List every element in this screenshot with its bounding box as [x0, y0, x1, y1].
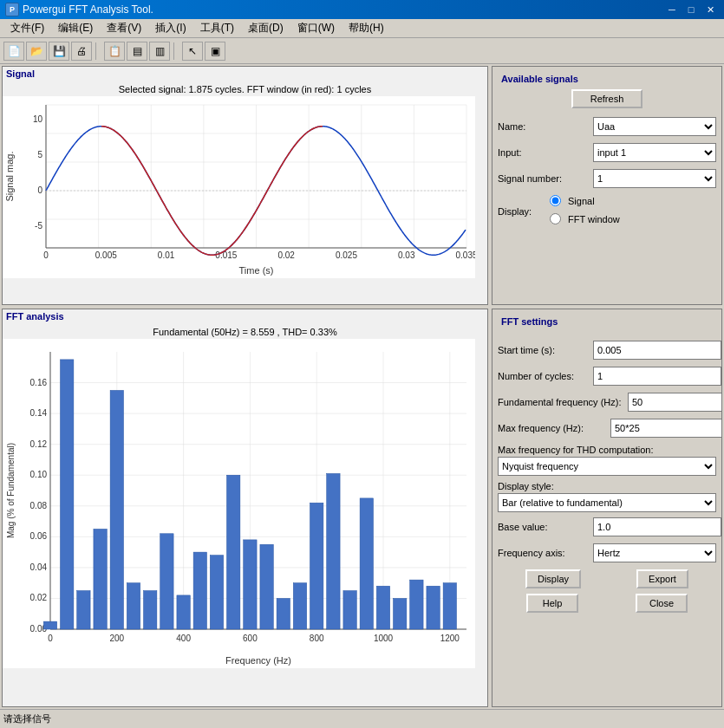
display-button[interactable]: Display: [525, 569, 581, 588]
max-freq-row: Max frequency (Hz):: [498, 419, 716, 438]
fft-chart-title: Fundamental (50Hz) = 8.559 , THD= 0.33%: [3, 323, 487, 339]
tool-btn-7[interactable]: ▥: [149, 42, 170, 61]
menu-desktop[interactable]: 桌面(D): [241, 19, 290, 37]
refresh-button[interactable]: Refresh: [571, 89, 643, 108]
open-button[interactable]: 📂: [26, 42, 47, 61]
start-time-input[interactable]: [593, 341, 721, 360]
start-time-label: Start time (s):: [498, 345, 593, 355]
signal-panel: Signal Selected signal: 1.875 cycles. FF…: [2, 66, 488, 305]
export-button[interactable]: Export: [636, 569, 688, 588]
name-row: Name: Uaa: [498, 117, 716, 136]
num-cycles-input[interactable]: [593, 367, 721, 386]
minimize-button[interactable]: ─: [663, 2, 681, 17]
fund-freq-row: Fundamental frequency (Hz):: [498, 393, 716, 412]
menu-view[interactable]: 查看(V): [100, 19, 148, 37]
menu-insert[interactable]: 插入(I): [148, 19, 192, 37]
menu-file[interactable]: 文件(F): [3, 19, 51, 37]
base-value-input[interactable]: [593, 517, 721, 536]
input-select[interactable]: input 1: [593, 143, 716, 162]
freq-axis-row: Frequency axis: Hertz: [498, 543, 716, 562]
freq-axis-label: Frequency axis:: [498, 548, 593, 558]
title-bar: P Powergui FFT Analysis Tool. ─ □ ✕: [0, 0, 724, 19]
tool-btn-8[interactable]: ↖: [182, 42, 203, 61]
signal-panel-title: Signal: [3, 67, 487, 81]
toolbar-separator-1: [95, 42, 101, 60]
new-button[interactable]: 📄: [3, 42, 24, 61]
bottom-bar: 请选择信号: [0, 709, 724, 728]
signal-number-row: Signal number: 1: [498, 169, 716, 188]
fft-panel: FFT analysis Fundamental (50Hz) = 8.559 …: [2, 309, 488, 707]
status-text: 请选择信号: [3, 712, 51, 725]
base-value-label: Base value:: [498, 522, 593, 532]
signal-radio-row: Signal: [550, 195, 620, 206]
signal-chart-title: Selected signal: 1.875 cycles. FFT windo…: [3, 81, 487, 96]
display-row: Display: Signal FFT window: [498, 195, 716, 228]
save-button[interactable]: 💾: [49, 42, 69, 61]
max-freq-label: Max frequency (Hz):: [498, 423, 610, 433]
signal-number-label: Signal number:: [498, 173, 593, 184]
help-button[interactable]: Help: [526, 594, 578, 613]
fund-freq-label: Fundamental frequency (Hz):: [498, 397, 628, 407]
display-label: Display:: [498, 206, 550, 217]
maximize-button[interactable]: □: [682, 2, 700, 17]
signal-radio[interactable]: [550, 195, 561, 206]
close-button[interactable]: Close: [636, 594, 688, 613]
available-signals-title: Available signals: [498, 72, 716, 86]
input-row: Input: input 1: [498, 143, 716, 162]
max-freq-thd-label: Max frequency for THD computation:: [498, 445, 716, 455]
available-signals-panel: Available signals Refresh Name: Uaa Inpu…: [492, 66, 722, 305]
input-label: Input:: [498, 147, 593, 158]
toolbar-separator-2: [173, 42, 179, 60]
max-freq-input[interactable]: [610, 419, 722, 438]
close-button[interactable]: ✕: [701, 2, 719, 17]
num-cycles-row: Number of cycles:: [498, 367, 716, 386]
max-freq-thd-container: Max frequency for THD computation: Nyqui…: [498, 445, 716, 476]
name-select[interactable]: Uaa: [593, 117, 716, 136]
menu-edit[interactable]: 编辑(E): [51, 19, 100, 37]
max-freq-thd-select[interactable]: Nyquist frequency: [498, 457, 716, 476]
display-style-label: Display style:: [498, 481, 716, 491]
freq-axis-select[interactable]: Hertz: [593, 543, 716, 562]
name-label: Name:: [498, 121, 593, 132]
toolbar: 📄 📂 💾 🖨 📋 ▤ ▥ ↖ ▣: [0, 38, 724, 64]
fund-freq-input[interactable]: [628, 393, 722, 412]
signal-radio-label: Signal: [568, 196, 595, 206]
signal-number-select[interactable]: 1: [593, 169, 716, 188]
fft-window-radio-label: FFT window: [568, 214, 620, 224]
fft-settings-title: FFT settings: [498, 315, 716, 328]
window-title: Powergui FFT Analysis Tool.: [23, 3, 153, 16]
menu-bar: 文件(F) 编辑(E) 查看(V) 插入(I) 工具(T) 桌面(D) 窗口(W…: [0, 19, 724, 38]
menu-window[interactable]: 窗口(W): [290, 19, 342, 37]
tool-btn-5[interactable]: 📋: [104, 42, 125, 61]
signal-chart: [3, 96, 475, 278]
menu-tools[interactable]: 工具(T): [193, 19, 241, 37]
start-time-row: Start time (s):: [498, 341, 716, 360]
fft-window-radio[interactable]: [550, 213, 561, 224]
fft-settings-panel: FFT settings Start time (s): Number of c…: [492, 309, 722, 707]
help-close-row: Help Close: [498, 594, 716, 613]
display-style-select[interactable]: Bar (relative to fundamental): [498, 493, 716, 512]
print-button[interactable]: 🖨: [71, 42, 92, 61]
display-export-row: Display Export: [498, 569, 716, 588]
base-value-row: Base value:: [498, 517, 716, 536]
tool-btn-6[interactable]: ▤: [127, 42, 147, 61]
menu-help[interactable]: 帮助(H): [342, 19, 391, 37]
app-icon: P: [5, 3, 19, 16]
num-cycles-label: Number of cycles:: [498, 371, 593, 381]
tool-btn-9[interactable]: ▣: [205, 42, 225, 61]
main-content: Signal Selected signal: 1.875 cycles. FF…: [0, 64, 724, 709]
fft-window-radio-row: FFT window: [550, 213, 620, 224]
fft-panel-title: FFT analysis: [3, 309, 487, 323]
fft-chart: [3, 339, 475, 668]
display-style-container: Display style: Bar (relative to fundamen…: [498, 481, 716, 512]
